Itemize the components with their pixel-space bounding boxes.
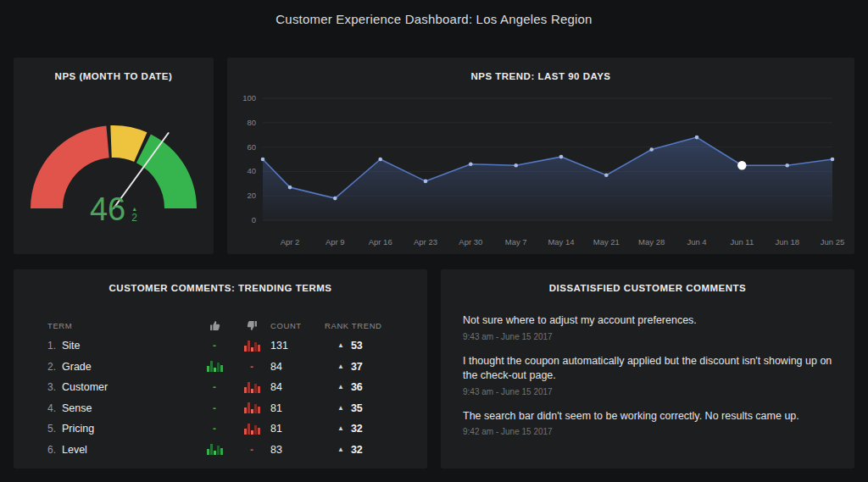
x-tick-label: May 28	[638, 237, 665, 247]
y-tick-label: 20	[247, 191, 256, 200]
table-row: 5.Pricing-81▲32	[47, 418, 410, 440]
x-tick-label: Apr 30	[459, 237, 482, 247]
up-triangle-icon: ▲	[337, 446, 344, 453]
column-header-rank-trend: RANK TREND	[325, 321, 410, 330]
trend-panel-title: NPS TREND: LAST 90 DAYS	[227, 58, 854, 81]
thumbs-down-cell: -	[233, 444, 270, 456]
thumbs-down-cell: -	[233, 361, 270, 373]
x-tick-label: Apr 23	[414, 237, 437, 247]
table-header-row: TERM COUNT RANK TREND	[47, 315, 410, 335]
column-header-count: COUNT	[270, 321, 325, 330]
no-data-dash: -	[250, 361, 253, 373]
comments-list: Not sure where to adjust my account pref…	[441, 313, 854, 436]
mini-bars-icon	[244, 424, 260, 435]
no-data-dash: -	[213, 340, 216, 352]
trend-point	[288, 186, 292, 190]
mini-bars-icon	[207, 444, 223, 455]
comment-text: I thought the coupon automatically appli…	[463, 354, 832, 384]
thumbs-up-cell: -	[196, 340, 233, 352]
term-name: Customer	[62, 381, 108, 393]
nps-trend-panel: NPS TREND: LAST 90 DAYS 020406080100Apr …	[227, 58, 854, 254]
trend-point	[649, 147, 654, 152]
trend-point	[333, 197, 337, 201]
no-data-dash: -	[213, 381, 216, 393]
column-header-term: TERM	[47, 321, 196, 330]
trend-point-highlight	[737, 161, 746, 169]
trend-point	[831, 158, 835, 162]
rank-trend-cell: ▲53	[325, 340, 410, 352]
y-tick-label: 60	[247, 142, 256, 152]
term-cell: 4.Sense	[47, 402, 196, 414]
up-triangle-icon: ▲	[337, 342, 344, 349]
thumbs-down-cell	[233, 382, 270, 393]
y-tick-label: 0	[252, 215, 256, 224]
count-cell: 81	[270, 423, 325, 435]
rank-trend-cell: ▲32	[325, 423, 410, 435]
term-name: Grade	[62, 361, 92, 373]
trend-point	[695, 136, 699, 140]
mini-bars-icon	[244, 402, 260, 413]
term-cell: 5.Pricing	[47, 423, 196, 435]
x-tick-label: Jun 18	[775, 237, 799, 247]
up-triangle-icon: ▲	[337, 425, 344, 432]
x-tick-label: Jun 4	[687, 237, 706, 247]
x-tick-label: Apr 16	[369, 237, 392, 247]
comment-timestamp: 9:43 am - June 15 2017	[463, 332, 832, 341]
gauge-readout: 46 ▲ 2	[14, 193, 214, 225]
up-triangle-icon: ▲	[337, 405, 344, 412]
count-cell: 84	[270, 361, 325, 373]
thumbs-up-icon	[196, 320, 233, 331]
x-tick-label: Jun 11	[730, 237, 754, 247]
comment-timestamp: 9:43 am - June 15 2017	[463, 387, 832, 396]
rank-trend-cell: ▲37	[325, 361, 410, 373]
row-rank: 1.	[47, 340, 58, 352]
trend-point	[378, 158, 382, 162]
y-tick-label: 80	[247, 118, 256, 127]
table-row: 1.Site-131▲53	[47, 335, 410, 357]
rank-trend-value: 36	[351, 381, 363, 393]
rank-trend-value: 32	[351, 444, 363, 456]
comment-item: I thought the coupon automatically appli…	[463, 354, 832, 396]
no-data-dash: -	[213, 423, 216, 435]
dissatisfied-comments-panel: DISSATISFIED CUSTOMER COMMENTS Not sure …	[441, 269, 854, 468]
x-tick-label: May 7	[505, 237, 527, 247]
gauge-delta-value: 2	[131, 212, 137, 224]
term-name: Pricing	[62, 423, 94, 435]
trend-point	[785, 163, 789, 168]
rank-trend-cell: ▲32	[325, 444, 410, 456]
row-rank: 5.	[47, 423, 58, 435]
thumbs-down-cell	[233, 402, 270, 413]
x-tick-label: May 14	[548, 237, 574, 247]
term-cell: 6.Level	[47, 444, 196, 456]
trend-point	[261, 158, 265, 162]
row-rank: 3.	[47, 381, 58, 393]
x-tick-label: Apr 2	[281, 237, 300, 247]
comment-text: Not sure where to adjust my account pref…	[463, 313, 832, 329]
table-row: 4.Sense-81▲35	[47, 398, 410, 419]
no-data-dash: -	[250, 444, 253, 456]
y-tick-label: 100	[242, 93, 256, 102]
trend-point	[469, 163, 473, 167]
trending-terms-panel: CUSTOMER COMMENTS: TRENDING TERMS TERM C…	[14, 269, 427, 468]
mini-bars-icon	[207, 361, 223, 372]
no-data-dash: -	[213, 402, 216, 414]
thumbs-down-cell	[233, 341, 270, 352]
page-title: Customer Experience Dashboard: Los Angel…	[0, 12, 868, 26]
term-cell: 3.Customer	[47, 381, 196, 393]
y-tick-label: 40	[247, 166, 256, 175]
table-row: 2.Grade-84▲37	[47, 357, 410, 378]
thumbs-up-cell: -	[196, 423, 233, 435]
trending-terms-table: TERM COUNT RANK TREND 1.Site-131▲532.Gra…	[14, 315, 427, 460]
term-cell: 2.Grade	[47, 361, 196, 373]
rank-trend-cell: ▲36	[325, 381, 410, 393]
trend-point	[559, 155, 564, 159]
comments-panel-title: DISSATISFIED CUSTOMER COMMENTS	[441, 269, 854, 293]
trend-point	[604, 173, 609, 177]
rank-trend-value: 37	[351, 361, 363, 373]
thumbs-up-cell: -	[196, 402, 233, 414]
rank-trend-value: 32	[351, 423, 363, 435]
thumbs-up-cell	[196, 361, 233, 372]
table-row: 3.Customer-84▲36	[47, 377, 410, 398]
term-name: Level	[62, 444, 87, 456]
thumbs-down-cell	[233, 424, 270, 435]
